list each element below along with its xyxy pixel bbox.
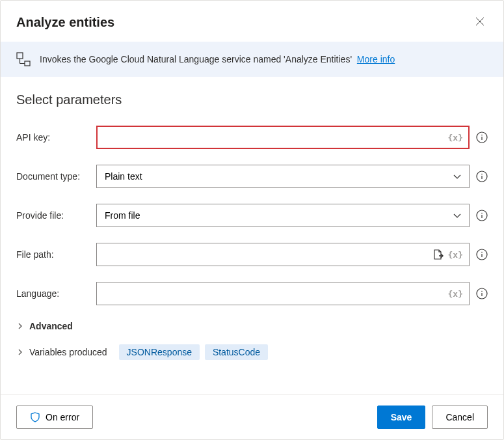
svg-rect-2: [17, 53, 23, 59]
input-language[interactable]: [96, 282, 470, 305]
select-document-type[interactable]: Plain text: [96, 165, 470, 188]
banner-text: Invokes the Google Cloud Natural Languag…: [40, 54, 395, 64]
save-button[interactable]: Save: [377, 406, 426, 429]
dialog-content: Select parameters API key: {x} Document …: [1, 77, 503, 394]
info-banner: Invokes the Google Cloud Natural Languag…: [1, 42, 503, 77]
info-icon[interactable]: [476, 210, 488, 221]
cancel-button[interactable]: Cancel: [432, 406, 488, 429]
svg-point-10: [481, 174, 483, 175]
close-button[interactable]: [472, 14, 488, 31]
variable-pill[interactable]: StatusCode: [205, 344, 268, 360]
shield-icon: [30, 412, 40, 422]
svg-point-17: [481, 252, 483, 253]
dialog-header: Analyze entities: [1, 1, 503, 42]
field-provide-file: Provide file: From file: [16, 204, 488, 227]
label-provide-file: Provide file:: [16, 210, 90, 221]
info-icon[interactable]: [476, 288, 488, 299]
input-api-key[interactable]: [96, 126, 470, 149]
more-info-link[interactable]: More info: [357, 54, 395, 64]
svg-point-7: [481, 135, 483, 136]
advanced-label: Advanced: [29, 321, 73, 331]
section-title: Select parameters: [16, 92, 488, 107]
field-document-type: Document type: Plain text: [16, 165, 488, 188]
chevron-right-icon: [16, 322, 24, 330]
dialog-footer: On error Save Cancel: [1, 394, 503, 439]
on-error-button[interactable]: On error: [16, 406, 93, 429]
field-language: Language: {x}: [16, 282, 488, 305]
label-document-type: Document type:: [16, 171, 90, 182]
flow-icon: [16, 52, 31, 66]
svg-point-13: [481, 213, 483, 214]
info-icon[interactable]: [476, 249, 488, 260]
info-icon[interactable]: [476, 171, 488, 182]
variables-produced-toggle[interactable]: Variables produced JSONResponse StatusCo…: [16, 344, 488, 360]
chevron-right-icon: [16, 348, 24, 356]
label-file-path: File path:: [16, 249, 90, 260]
file-picker-icon[interactable]: [432, 249, 444, 260]
svg-point-20: [481, 291, 483, 292]
input-file-path[interactable]: [96, 243, 470, 266]
field-api-key: API key: {x}: [16, 126, 488, 149]
select-provide-file[interactable]: From file: [96, 204, 470, 227]
field-file-path: File path: {x}: [16, 243, 488, 266]
advanced-toggle[interactable]: Advanced: [16, 321, 488, 331]
variables-produced-label: Variables produced: [29, 347, 107, 357]
variable-pill[interactable]: JSONResponse: [119, 344, 200, 360]
info-icon[interactable]: [476, 131, 488, 143]
label-api-key: API key:: [16, 132, 90, 143]
label-language: Language:: [16, 288, 90, 299]
close-icon: [475, 16, 485, 27]
dialog-title: Analyze entities: [16, 15, 114, 30]
svg-rect-3: [25, 61, 30, 66]
